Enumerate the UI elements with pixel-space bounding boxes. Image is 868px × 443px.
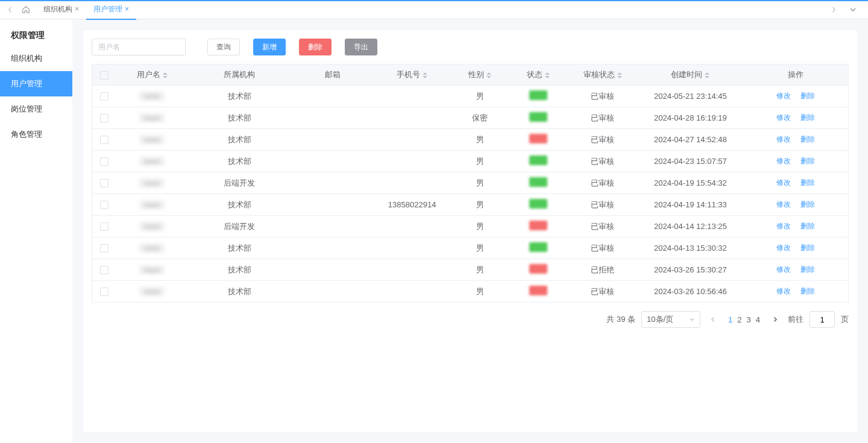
goto-label: 前往 [788,314,804,325]
prev-page[interactable] [706,315,720,324]
edit-link[interactable]: 修改 [776,157,791,165]
phone-cell [374,216,451,237]
phone-cell [374,107,451,129]
status-badge [529,156,547,165]
sidebar-item-3[interactable]: 角色管理 [0,122,72,147]
tab-menu-icon[interactable] [848,4,858,15]
delete-link[interactable]: 删除 [800,243,815,252]
edit-link[interactable]: 修改 [776,287,791,295]
edit-link[interactable]: 修改 [776,243,791,252]
delete-link[interactable]: 删除 [800,265,815,274]
sidebar-item-1[interactable]: 用户管理 [0,71,72,96]
row-checkbox[interactable] [100,222,108,231]
status-badge [529,112,547,122]
next-page[interactable] [769,315,782,324]
created-cell: 2024-04-14 12:13:25 [638,216,743,237]
table-row: xxxx技术部男已审核2024-04-13 15:30:32修改删除 [92,237,849,259]
delete-link[interactable]: 删除 [800,200,815,209]
edit-link[interactable]: 修改 [776,92,791,100]
user-table: 用户名 所属机构 邮箱 手机号 性别 状态 审核状态 创建时间 操作 xxxx技… [92,64,849,303]
phone-cell [374,151,451,172]
edit-link[interactable]: 修改 [776,178,791,187]
username-cell: xxxx [139,92,165,101]
row-checkbox[interactable] [100,287,108,296]
search-input[interactable] [92,39,186,55]
tab-1[interactable]: 用户管理× [86,0,136,19]
row-checkbox[interactable] [100,244,108,253]
col-email: 邮箱 [292,64,373,86]
row-checkbox[interactable] [100,92,108,101]
delete-link[interactable]: 删除 [800,287,815,295]
edit-link[interactable]: 修改 [776,222,791,230]
delete-link[interactable]: 删除 [800,135,815,143]
status-badge [529,242,547,252]
col-action: 操作 [743,64,848,86]
page-4[interactable]: 4 [753,315,763,324]
query-button[interactable]: 查询 [207,39,240,55]
dept-cell: 技术部 [187,259,292,281]
goto-input[interactable] [810,311,835,328]
edit-link[interactable]: 修改 [776,200,791,209]
page-1[interactable]: 1 [726,315,735,324]
sort-icon[interactable] [423,72,427,78]
delete-link[interactable]: 删除 [800,157,815,165]
col-gender: 性别 [451,64,509,86]
delete-link[interactable]: 删除 [800,178,815,187]
delete-link[interactable]: 删除 [800,92,815,100]
email-cell [292,259,373,281]
home-icon[interactable] [20,4,31,15]
page-size-select[interactable]: 10条/页 [641,311,700,328]
close-icon[interactable]: × [75,5,79,13]
edit-link[interactable]: 修改 [776,265,791,274]
page-2[interactable]: 2 [735,315,744,324]
page-3[interactable]: 3 [744,315,753,324]
email-cell [292,129,373,151]
delete-link[interactable]: 删除 [800,222,815,230]
row-checkbox[interactable] [100,157,108,166]
created-cell: 2024-04-13 15:30:32 [638,237,743,259]
edit-link[interactable]: 修改 [776,135,791,143]
username-cell: xxxx [139,200,165,209]
username-cell: xxxx [139,135,165,144]
col-created: 创建时间 [638,64,743,86]
row-checkbox[interactable] [100,114,108,122]
row-checkbox[interactable] [100,136,108,144]
sort-icon[interactable] [163,72,168,78]
tab-next-icon[interactable] [828,4,839,15]
delete-button[interactable]: 删除 [299,39,332,55]
sort-icon[interactable] [486,72,491,78]
created-cell: 2024-04-23 15:07:57 [638,151,743,172]
status-badge [529,177,547,187]
username-cell: xxxx [139,157,165,166]
tab-0[interactable]: 组织机构× [36,0,86,19]
email-cell [292,194,373,216]
tab-prev-icon[interactable] [5,4,16,15]
username-cell: xxxx [139,178,165,187]
table-row: xxxx技术部男已审核2024-03-26 10:56:46修改删除 [92,281,849,303]
sort-icon[interactable] [705,72,709,78]
select-all-checkbox[interactable] [100,71,108,80]
pagination: 共 39 条 10条/页 1234 前往 页 [92,311,849,328]
phone-cell [374,237,451,259]
sort-icon[interactable] [617,72,622,78]
row-checkbox[interactable] [100,201,108,209]
table-row: xxxx技术部男已审核2024-05-21 23:14:45修改删除 [92,86,849,107]
email-cell [292,172,373,194]
add-button[interactable]: 新增 [253,39,286,55]
edit-link[interactable]: 修改 [776,113,791,122]
delete-link[interactable]: 删除 [800,113,815,122]
username-cell: xxxx [139,287,165,296]
row-checkbox[interactable] [100,179,108,187]
audit-cell: 已审核 [568,281,638,303]
sidebar-title: 权限管理 [0,27,72,46]
username-cell: xxxx [139,265,165,274]
close-icon[interactable]: × [125,5,129,13]
row-checkbox[interactable] [100,266,108,274]
audit-cell: 已审核 [568,107,638,129]
col-audit: 审核状态 [568,64,638,86]
sidebar-item-2[interactable]: 岗位管理 [0,96,72,122]
sort-icon[interactable] [545,72,550,78]
export-button[interactable]: 导出 [345,39,377,55]
sidebar-item-0[interactable]: 组织机构 [0,46,72,71]
gender-cell: 男 [451,216,509,237]
